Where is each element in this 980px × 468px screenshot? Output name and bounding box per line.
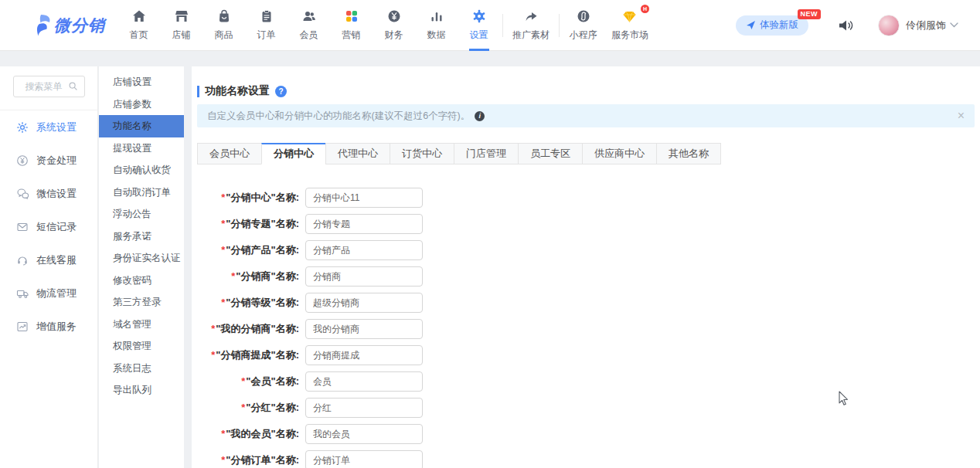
secondary-sidebar: 店铺设置 店铺参数 功能名称 提现设置 自动确认收货 自动取消订单 浮动公告 服… xyxy=(99,66,184,468)
nav-item-shop[interactable]: 店铺 xyxy=(160,0,202,51)
banner-close-icon[interactable]: × xyxy=(958,110,965,122)
submenu-item-shop-settings[interactable]: 店铺设置 xyxy=(99,71,184,93)
main-content: 功能名称设置 ? 自定义会员中心和分销中心的功能名称(建议不超过6个字符)。 i… xyxy=(192,66,980,468)
nav-item-marketing[interactable]: 营销 xyxy=(330,0,373,51)
input-my-distributor-name[interactable] xyxy=(305,319,423,339)
center-tabs: 会员中心 分销中心 代理中心 订货中心 门店管理 员工专区 供应商中心 其他名称 xyxy=(197,143,980,164)
gear-outline-icon xyxy=(16,121,29,134)
yen-circle-icon xyxy=(16,154,29,167)
input-distributor-name[interactable] xyxy=(305,266,423,287)
sidebar-item-logistics-management[interactable]: 物流管理 xyxy=(0,276,97,310)
form-row: *"分销等级"名称: xyxy=(192,293,980,313)
sidebar-item-value-added-services[interactable]: 增值服务 xyxy=(0,310,97,343)
nav-item-data[interactable]: 数据 xyxy=(415,0,458,51)
field-label: *"分销专题"名称: xyxy=(192,217,305,231)
chevron-down-icon[interactable] xyxy=(950,22,958,28)
form-row: *"我的分销商"名称: xyxy=(192,319,980,339)
tab-member-center[interactable]: 会员中心 xyxy=(197,143,262,164)
required-asterisk: * xyxy=(221,244,225,256)
top-navbar: 微分销 首页 店铺 商品 订单 xyxy=(0,0,980,51)
nav-item-mini-program[interactable]: 小程序 xyxy=(562,0,604,51)
nav-item-settings[interactable]: 设置 xyxy=(458,0,500,51)
field-label: *"分销中心"名称: xyxy=(192,191,305,205)
input-distribution-level-name[interactable] xyxy=(305,293,423,313)
logo-icon xyxy=(34,14,54,37)
help-icon[interactable]: ? xyxy=(275,86,287,97)
submenu-item-withdrawal-settings[interactable]: 提现设置 xyxy=(99,137,184,160)
title-accent-bar xyxy=(197,86,199,97)
app-logo[interactable]: 微分销 xyxy=(34,14,114,37)
nav-item-promo-materials[interactable]: 推广素材 xyxy=(505,0,556,51)
required-asterisk: * xyxy=(221,192,225,203)
submenu-item-service-commitment[interactable]: 服务承诺 xyxy=(99,226,184,248)
search-input[interactable] xyxy=(13,76,85,97)
envelope-icon xyxy=(16,221,29,233)
submenu-item-change-password[interactable]: 修改密码 xyxy=(99,270,184,292)
submenu-item-shop-params[interactable]: 店铺参数 xyxy=(99,93,184,116)
nav-item-finance[interactable]: 财务 xyxy=(373,0,415,51)
input-dividend-name[interactable] xyxy=(305,398,423,418)
input-distributor-commission-name[interactable] xyxy=(305,345,423,365)
gear-icon xyxy=(458,8,500,25)
members-icon xyxy=(288,8,330,25)
nav-item-orders[interactable]: 订单 xyxy=(245,0,288,51)
tab-supplier-center[interactable]: 供应商中心 xyxy=(582,143,657,164)
user-avatar[interactable] xyxy=(878,15,900,36)
info-icon: i xyxy=(475,111,485,121)
submenu-item-export-queue[interactable]: 导出队列 xyxy=(99,379,184,402)
menu-search xyxy=(0,66,97,110)
sidebar-item-wechat-settings[interactable]: 微信设置 xyxy=(0,177,97,210)
field-label: *"分销订单"名称: xyxy=(192,453,305,467)
field-label: *"我的会员"名称: xyxy=(192,427,305,441)
tab-store-management[interactable]: 门店管理 xyxy=(454,143,519,164)
form-row: *"分销中心"名称: xyxy=(192,188,980,208)
submenu-item-third-party-login[interactable]: 第三方登录 xyxy=(99,291,184,314)
input-distribution-product-name[interactable] xyxy=(305,240,423,260)
tab-ordering-center[interactable]: 订货中心 xyxy=(390,143,454,164)
rocket-icon xyxy=(746,20,756,30)
input-my-member-name[interactable] xyxy=(305,424,423,444)
form-row: *"分销订单"名称: xyxy=(192,450,980,468)
try-new-version-button[interactable]: 体验新版 NEW xyxy=(736,15,808,36)
submenu-item-permission-management[interactable]: 权限管理 xyxy=(99,335,184,358)
nav-divider xyxy=(502,14,503,37)
user-name[interactable]: 伶俐服饰 xyxy=(906,19,946,32)
submenu-item-auto-confirm-receipt[interactable]: 自动确认收货 xyxy=(99,159,184,181)
form-row: *"分销专题"名称: xyxy=(192,214,980,234)
sidebar-item-online-service[interactable]: 在线客服 xyxy=(0,243,97,276)
submenu-item-auto-cancel-order[interactable]: 自动取消订单 xyxy=(99,181,184,204)
yen-coin-icon xyxy=(373,8,415,25)
sidebar-item-sms-records[interactable]: 短信记录 xyxy=(0,210,97,243)
tab-distribution-center[interactable]: 分销中心 xyxy=(261,143,326,164)
input-member-name[interactable] xyxy=(305,371,423,392)
sidebar-item-system-settings[interactable]: 系统设置 xyxy=(0,110,97,144)
input-distribution-center-name[interactable] xyxy=(305,188,423,208)
required-asterisk: * xyxy=(211,323,215,334)
tab-other-names[interactable]: 其他名称 xyxy=(656,143,721,164)
submenu-item-function-names[interactable]: 功能名称 xyxy=(99,115,184,137)
nav-item-service-market[interactable]: H 服务市场 xyxy=(604,0,655,51)
trend-chart-icon xyxy=(16,320,29,333)
speaker-icon[interactable] xyxy=(838,18,855,33)
storefront-icon xyxy=(160,8,202,25)
submenu-item-domain-management[interactable]: 域名管理 xyxy=(99,314,184,336)
nav-item-members[interactable]: 会员 xyxy=(288,0,330,51)
field-label: *"分销产品"名称: xyxy=(192,243,305,257)
nav-item-home[interactable]: 首页 xyxy=(117,0,160,51)
input-distribution-topic-name[interactable] xyxy=(305,214,423,234)
submenu-item-system-logs[interactable]: 系统日志 xyxy=(99,358,184,380)
form-row: *"分销商提成"名称: xyxy=(192,345,980,365)
required-asterisk: * xyxy=(231,270,235,282)
tab-agent-center[interactable]: 代理中心 xyxy=(325,143,390,164)
submenu-item-floating-announcement[interactable]: 浮动公告 xyxy=(99,203,184,226)
tab-staff-zone[interactable]: 员工专区 xyxy=(518,143,583,164)
home-icon xyxy=(117,8,160,25)
truck-icon xyxy=(16,287,29,300)
sidebar-item-funds-processing[interactable]: 资金处理 xyxy=(0,144,97,177)
submenu-item-id-verification[interactable]: 身份证实名认证 xyxy=(99,247,184,270)
nav-item-goods[interactable]: 商品 xyxy=(202,0,245,51)
form-row: *"分销商"名称: xyxy=(192,266,980,287)
field-label: *"分销商提成"名称: xyxy=(192,348,305,362)
input-distribution-order-name[interactable] xyxy=(305,450,423,468)
marketing-grid-icon xyxy=(330,8,373,25)
